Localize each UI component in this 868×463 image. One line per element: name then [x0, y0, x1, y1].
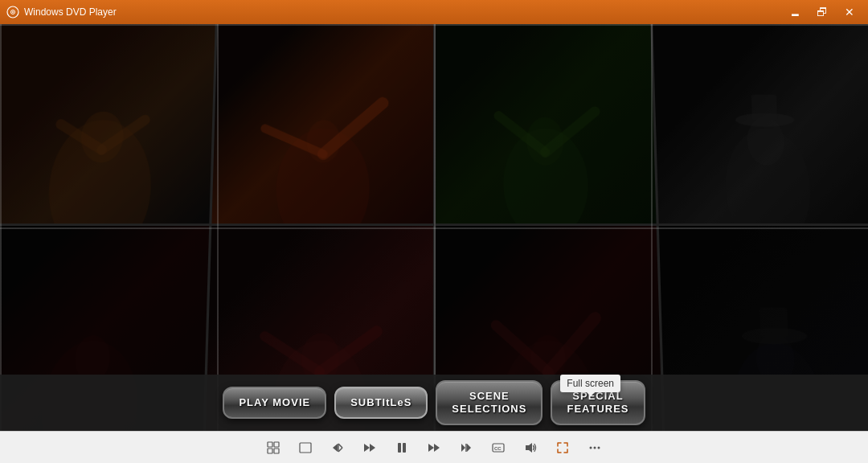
svg-marker-50 [461, 444, 465, 452]
volume-button[interactable] [519, 436, 542, 459]
svg-point-33 [742, 327, 809, 343]
svg-line-29 [547, 318, 596, 371]
svg-marker-52 [467, 444, 471, 452]
menu-panel [211, 24, 432, 223]
svg-point-11 [502, 129, 588, 223]
previous-chapter-button[interactable] [326, 436, 349, 459]
titlebar-controls: 🗕 🗗 ✕ [783, 4, 862, 20]
svg-line-9 [323, 103, 383, 154]
more-options-button[interactable] [583, 436, 606, 459]
fullscreen-button[interactable] [551, 436, 574, 459]
svg-line-6 [59, 125, 103, 150]
chapter-view-button[interactable] [262, 436, 285, 459]
titlebar-left: Windows DVD Player [6, 6, 117, 18]
svg-point-12 [526, 117, 563, 165]
svg-point-57 [594, 446, 596, 449]
svg-line-10 [264, 129, 324, 154]
svg-marker-40 [333, 444, 338, 452]
aspect-ratio-icon [299, 441, 312, 454]
menu-buttons-area: PLAY MOVIE SUBTItLeS SCENE SELECTIONS SP… [0, 375, 868, 431]
app-title: Windows DVD Player [24, 6, 117, 18]
fullscreen-icon [556, 441, 569, 454]
svg-rect-38 [274, 449, 279, 453]
svg-point-58 [598, 446, 600, 449]
svg-rect-18 [751, 95, 778, 121]
minimize-button[interactable]: 🗕 [783, 4, 807, 20]
svg-marker-55 [526, 443, 532, 453]
fast-forward-button[interactable] [423, 436, 445, 459]
svg-line-24 [264, 336, 321, 372]
pause-button[interactable] [391, 436, 413, 459]
svg-marker-45 [370, 444, 375, 452]
svg-rect-34 [760, 307, 788, 337]
subtitles-button[interactable]: SUBTItLeS [334, 387, 428, 419]
scene-selections-button[interactable]: SCENE SELECTIONS [436, 380, 542, 424]
svg-point-56 [590, 446, 592, 449]
svg-line-5 [101, 120, 145, 150]
svg-text:CC: CC [494, 446, 502, 451]
svg-point-4 [80, 112, 125, 163]
fast-forward-icon [428, 441, 440, 454]
close-button[interactable]: ✕ [837, 4, 862, 20]
svg-marker-49 [434, 444, 440, 452]
dvd-menu-background [0, 24, 868, 431]
svg-line-23 [320, 331, 377, 371]
svg-point-2 [12, 11, 14, 13]
titlebar: Windows DVD Player 🗕 🗗 ✕ [0, 0, 868, 24]
svg-point-7 [275, 129, 370, 223]
svg-rect-47 [403, 443, 406, 453]
menu-panel [0, 24, 215, 223]
pause-icon [395, 441, 408, 454]
svg-point-15 [723, 129, 813, 223]
svg-line-30 [496, 325, 548, 371]
next-chapter-button[interactable] [455, 436, 477, 459]
menu-panel [436, 24, 657, 223]
rewind-icon [363, 441, 376, 454]
special-features-button[interactable]: SPECIAL FEATURES [551, 380, 645, 424]
app-icon [6, 6, 19, 18]
svg-line-13 [544, 112, 596, 153]
svg-point-16 [747, 117, 786, 165]
play-movie-button[interactable]: PLAY MOVIE [223, 387, 326, 419]
chapter-view-icon [267, 441, 280, 454]
closed-captions-button[interactable]: CC [487, 436, 510, 459]
next-chapter-icon [460, 441, 473, 454]
previous-chapter-icon [331, 441, 344, 454]
svg-rect-35 [268, 442, 272, 447]
svg-rect-37 [268, 449, 272, 453]
controls-bar: CC [0, 431, 868, 463]
menu-panel [653, 24, 868, 223]
svg-marker-48 [428, 444, 434, 452]
svg-rect-39 [300, 443, 311, 453]
rewind-button[interactable] [358, 436, 381, 459]
cc-icon: CC [492, 441, 505, 454]
svg-rect-46 [398, 443, 401, 453]
svg-point-8 [306, 120, 341, 162]
svg-line-14 [498, 116, 545, 153]
svg-rect-36 [274, 442, 279, 447]
svg-marker-44 [364, 444, 370, 452]
maximize-button[interactable]: 🗗 [810, 4, 834, 20]
svg-point-3 [46, 120, 154, 223]
more-options-icon [588, 441, 601, 454]
main-content: PLAY MOVIE SUBTItLeS SCENE SELECTIONS SP… [0, 24, 868, 431]
aspect-ratio-button[interactable] [294, 436, 317, 459]
svg-point-17 [735, 113, 795, 127]
volume-icon [524, 441, 537, 454]
